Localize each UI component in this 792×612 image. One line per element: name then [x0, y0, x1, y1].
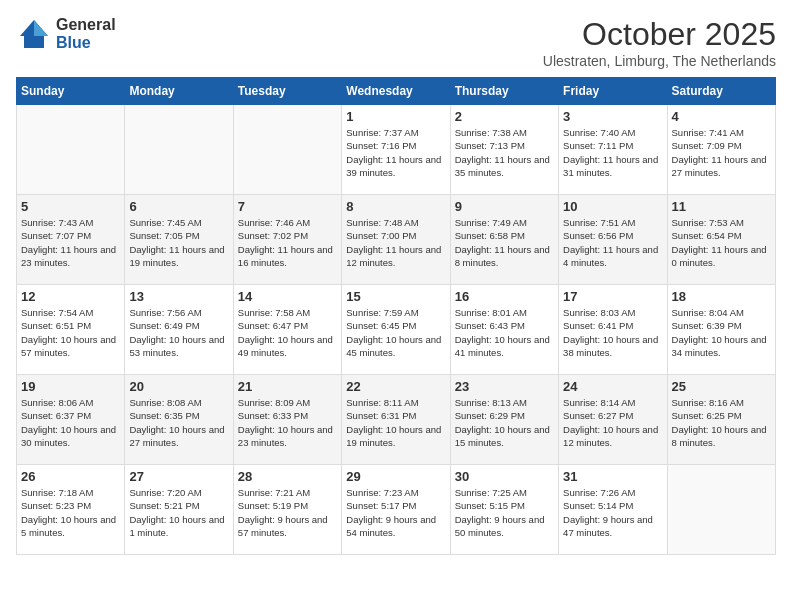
day-number: 29 [346, 469, 445, 484]
month-title: October 2025 [543, 16, 776, 53]
calendar-day-cell: 6Sunrise: 7:45 AM Sunset: 7:05 PM Daylig… [125, 195, 233, 285]
calendar-day-cell: 12Sunrise: 7:54 AM Sunset: 6:51 PM Dayli… [17, 285, 125, 375]
calendar-day-cell [17, 105, 125, 195]
calendar-day-cell: 3Sunrise: 7:40 AM Sunset: 7:11 PM Daylig… [559, 105, 667, 195]
calendar-day-cell: 25Sunrise: 8:16 AM Sunset: 6:25 PM Dayli… [667, 375, 775, 465]
day-number: 14 [238, 289, 337, 304]
calendar-day-cell: 17Sunrise: 8:03 AM Sunset: 6:41 PM Dayli… [559, 285, 667, 375]
day-info: Sunrise: 7:49 AM Sunset: 6:58 PM Dayligh… [455, 216, 554, 269]
day-info: Sunrise: 7:59 AM Sunset: 6:45 PM Dayligh… [346, 306, 445, 359]
day-number: 11 [672, 199, 771, 214]
calendar-day-cell: 23Sunrise: 8:13 AM Sunset: 6:29 PM Dayli… [450, 375, 558, 465]
day-info: Sunrise: 7:38 AM Sunset: 7:13 PM Dayligh… [455, 126, 554, 179]
logo-icon [16, 16, 52, 52]
day-number: 7 [238, 199, 337, 214]
calendar-day-cell: 10Sunrise: 7:51 AM Sunset: 6:56 PM Dayli… [559, 195, 667, 285]
weekday-header: Sunday [17, 78, 125, 105]
logo-general: General [56, 16, 116, 33]
day-number: 27 [129, 469, 228, 484]
day-number: 6 [129, 199, 228, 214]
calendar-day-cell: 29Sunrise: 7:23 AM Sunset: 5:17 PM Dayli… [342, 465, 450, 555]
day-info: Sunrise: 7:53 AM Sunset: 6:54 PM Dayligh… [672, 216, 771, 269]
day-info: Sunrise: 7:21 AM Sunset: 5:19 PM Dayligh… [238, 486, 337, 539]
day-info: Sunrise: 8:04 AM Sunset: 6:39 PM Dayligh… [672, 306, 771, 359]
calendar-day-cell: 1Sunrise: 7:37 AM Sunset: 7:16 PM Daylig… [342, 105, 450, 195]
calendar-table: SundayMondayTuesdayWednesdayThursdayFrid… [16, 77, 776, 555]
calendar-day-cell: 13Sunrise: 7:56 AM Sunset: 6:49 PM Dayli… [125, 285, 233, 375]
day-number: 26 [21, 469, 120, 484]
calendar-day-cell: 19Sunrise: 8:06 AM Sunset: 6:37 PM Dayli… [17, 375, 125, 465]
calendar-day-cell: 5Sunrise: 7:43 AM Sunset: 7:07 PM Daylig… [17, 195, 125, 285]
day-number: 5 [21, 199, 120, 214]
day-info: Sunrise: 7:20 AM Sunset: 5:21 PM Dayligh… [129, 486, 228, 539]
day-info: Sunrise: 7:54 AM Sunset: 6:51 PM Dayligh… [21, 306, 120, 359]
day-info: Sunrise: 7:37 AM Sunset: 7:16 PM Dayligh… [346, 126, 445, 179]
day-info: Sunrise: 7:23 AM Sunset: 5:17 PM Dayligh… [346, 486, 445, 539]
day-info: Sunrise: 8:09 AM Sunset: 6:33 PM Dayligh… [238, 396, 337, 449]
calendar-day-cell: 11Sunrise: 7:53 AM Sunset: 6:54 PM Dayli… [667, 195, 775, 285]
day-info: Sunrise: 7:48 AM Sunset: 7:00 PM Dayligh… [346, 216, 445, 269]
weekday-header: Wednesday [342, 78, 450, 105]
day-info: Sunrise: 7:43 AM Sunset: 7:07 PM Dayligh… [21, 216, 120, 269]
calendar-day-cell: 18Sunrise: 8:04 AM Sunset: 6:39 PM Dayli… [667, 285, 775, 375]
calendar-day-cell: 31Sunrise: 7:26 AM Sunset: 5:14 PM Dayli… [559, 465, 667, 555]
day-number: 15 [346, 289, 445, 304]
calendar-day-cell: 30Sunrise: 7:25 AM Sunset: 5:15 PM Dayli… [450, 465, 558, 555]
calendar-day-cell: 4Sunrise: 7:41 AM Sunset: 7:09 PM Daylig… [667, 105, 775, 195]
day-info: Sunrise: 7:45 AM Sunset: 7:05 PM Dayligh… [129, 216, 228, 269]
calendar-day-cell: 20Sunrise: 8:08 AM Sunset: 6:35 PM Dayli… [125, 375, 233, 465]
calendar-day-cell: 9Sunrise: 7:49 AM Sunset: 6:58 PM Daylig… [450, 195, 558, 285]
day-info: Sunrise: 7:26 AM Sunset: 5:14 PM Dayligh… [563, 486, 662, 539]
day-info: Sunrise: 8:03 AM Sunset: 6:41 PM Dayligh… [563, 306, 662, 359]
logo-blue: Blue [56, 34, 91, 51]
calendar-day-cell: 7Sunrise: 7:46 AM Sunset: 7:02 PM Daylig… [233, 195, 341, 285]
page-header: General Blue October 2025 Ulestraten, Li… [16, 16, 776, 69]
calendar-day-cell: 2Sunrise: 7:38 AM Sunset: 7:13 PM Daylig… [450, 105, 558, 195]
calendar-week-row: 1Sunrise: 7:37 AM Sunset: 7:16 PM Daylig… [17, 105, 776, 195]
day-info: Sunrise: 7:46 AM Sunset: 7:02 PM Dayligh… [238, 216, 337, 269]
day-info: Sunrise: 8:14 AM Sunset: 6:27 PM Dayligh… [563, 396, 662, 449]
day-number: 20 [129, 379, 228, 394]
calendar-day-cell: 16Sunrise: 8:01 AM Sunset: 6:43 PM Dayli… [450, 285, 558, 375]
calendar-day-cell: 26Sunrise: 7:18 AM Sunset: 5:23 PM Dayli… [17, 465, 125, 555]
day-number: 1 [346, 109, 445, 124]
day-info: Sunrise: 7:18 AM Sunset: 5:23 PM Dayligh… [21, 486, 120, 539]
title-block: October 2025 Ulestraten, Limburg, The Ne… [543, 16, 776, 69]
day-number: 16 [455, 289, 554, 304]
weekday-header-row: SundayMondayTuesdayWednesdayThursdayFrid… [17, 78, 776, 105]
calendar-day-cell: 15Sunrise: 7:59 AM Sunset: 6:45 PM Dayli… [342, 285, 450, 375]
day-number: 21 [238, 379, 337, 394]
logo: General Blue [16, 16, 116, 52]
day-number: 30 [455, 469, 554, 484]
calendar-day-cell: 24Sunrise: 8:14 AM Sunset: 6:27 PM Dayli… [559, 375, 667, 465]
calendar-day-cell [233, 105, 341, 195]
day-number: 17 [563, 289, 662, 304]
day-info: Sunrise: 7:58 AM Sunset: 6:47 PM Dayligh… [238, 306, 337, 359]
day-info: Sunrise: 7:40 AM Sunset: 7:11 PM Dayligh… [563, 126, 662, 179]
day-info: Sunrise: 7:25 AM Sunset: 5:15 PM Dayligh… [455, 486, 554, 539]
calendar-day-cell: 8Sunrise: 7:48 AM Sunset: 7:00 PM Daylig… [342, 195, 450, 285]
calendar-week-row: 26Sunrise: 7:18 AM Sunset: 5:23 PM Dayli… [17, 465, 776, 555]
day-info: Sunrise: 8:01 AM Sunset: 6:43 PM Dayligh… [455, 306, 554, 359]
day-info: Sunrise: 8:16 AM Sunset: 6:25 PM Dayligh… [672, 396, 771, 449]
weekday-header: Saturday [667, 78, 775, 105]
weekday-header: Monday [125, 78, 233, 105]
calendar-week-row: 12Sunrise: 7:54 AM Sunset: 6:51 PM Dayli… [17, 285, 776, 375]
day-number: 2 [455, 109, 554, 124]
day-number: 8 [346, 199, 445, 214]
calendar-week-row: 5Sunrise: 7:43 AM Sunset: 7:07 PM Daylig… [17, 195, 776, 285]
day-number: 13 [129, 289, 228, 304]
calendar-day-cell: 14Sunrise: 7:58 AM Sunset: 6:47 PM Dayli… [233, 285, 341, 375]
day-number: 23 [455, 379, 554, 394]
calendar-day-cell: 27Sunrise: 7:20 AM Sunset: 5:21 PM Dayli… [125, 465, 233, 555]
day-info: Sunrise: 7:56 AM Sunset: 6:49 PM Dayligh… [129, 306, 228, 359]
day-info: Sunrise: 7:51 AM Sunset: 6:56 PM Dayligh… [563, 216, 662, 269]
location-title: Ulestraten, Limburg, The Netherlands [543, 53, 776, 69]
day-number: 19 [21, 379, 120, 394]
day-number: 12 [21, 289, 120, 304]
calendar-day-cell: 22Sunrise: 8:11 AM Sunset: 6:31 PM Dayli… [342, 375, 450, 465]
day-number: 9 [455, 199, 554, 214]
day-info: Sunrise: 8:06 AM Sunset: 6:37 PM Dayligh… [21, 396, 120, 449]
day-number: 25 [672, 379, 771, 394]
day-number: 22 [346, 379, 445, 394]
